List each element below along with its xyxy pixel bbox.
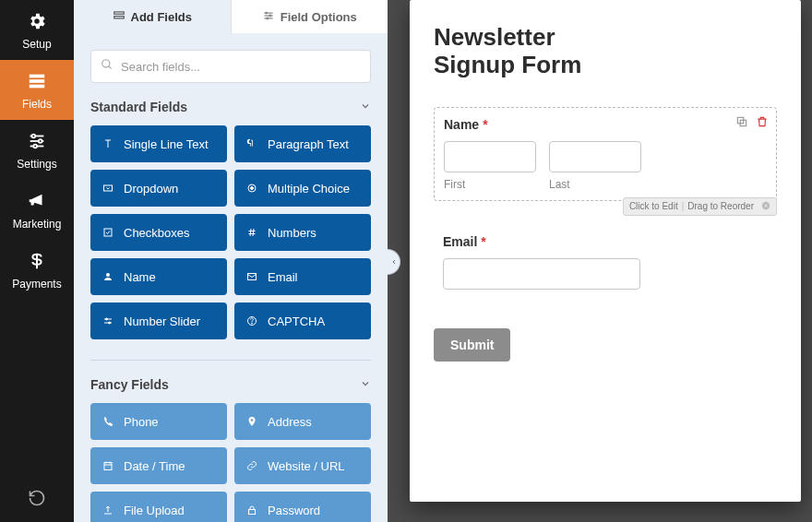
section-divider <box>90 360 371 361</box>
field-numbers[interactable]: Numbers <box>234 214 371 251</box>
link-icon <box>245 460 258 471</box>
sidebar-item-payments[interactable]: Payments <box>0 240 74 300</box>
dollar-icon <box>27 251 47 274</box>
field-label: Website / URL <box>268 459 345 473</box>
field-label: Paragraph Text <box>268 137 349 151</box>
field-label-name: Name * <box>444 117 767 132</box>
close-icon[interactable] <box>761 201 770 212</box>
required-mark: * <box>481 234 485 249</box>
field-dropdown[interactable]: Dropdown <box>90 170 227 207</box>
bullhorn-icon <box>27 191 47 214</box>
field-email[interactable]: Email <box>234 258 371 295</box>
field-label: Address <box>268 415 312 429</box>
svg-point-6 <box>32 135 36 138</box>
svg-line-18 <box>109 66 112 69</box>
field-label: File Upload <box>124 504 185 517</box>
required-mark: * <box>483 117 487 132</box>
history-icon <box>28 489 46 511</box>
search-input[interactable] <box>121 60 361 74</box>
checkbox-icon <box>102 227 114 238</box>
field-label: Multiple Choice <box>268 182 350 196</box>
field-number-slider[interactable]: Number Slider <box>90 303 227 339</box>
submit-button[interactable]: Submit <box>434 328 510 362</box>
field-paragraph-text[interactable]: Paragraph Text <box>234 125 371 162</box>
upload-icon <box>102 504 114 516</box>
hint-reorder: Drag to Reorder <box>687 201 754 211</box>
field-phone[interactable]: Phone <box>90 403 227 440</box>
field-name[interactable]: Name <box>90 258 227 295</box>
fancy-fields-header[interactable]: Fancy Fields <box>90 377 371 392</box>
envelope-icon <box>245 271 258 282</box>
sidebar-item-settings[interactable]: Settings <box>0 120 74 180</box>
user-icon <box>102 271 114 282</box>
field-label: Numbers <box>268 226 316 240</box>
fields-icon <box>27 71 47 94</box>
svg-point-14 <box>266 12 268 14</box>
sidebar-label: Fields <box>22 98 52 111</box>
form-title[interactable]: Newsletter Signup Form <box>434 24 777 79</box>
field-label: Email <box>268 270 298 284</box>
sidebar-label: Payments <box>12 278 61 291</box>
calendar-icon <box>102 460 114 471</box>
svg-rect-22 <box>104 229 112 236</box>
hint-edit: Click to Edit <box>629 201 678 211</box>
svg-point-15 <box>269 15 271 17</box>
email-input[interactable] <box>443 258 640 290</box>
phone-icon <box>102 416 114 427</box>
dropdown-icon <box>102 183 114 194</box>
first-name-input[interactable] <box>444 141 536 172</box>
sidebar-label: Settings <box>17 158 56 171</box>
svg-point-7 <box>39 139 42 143</box>
field-checkboxes[interactable]: Checkboxes <box>90 214 227 251</box>
sidebar-history-button[interactable] <box>0 478 74 522</box>
chevron-down-icon <box>360 100 371 114</box>
field-file-upload[interactable]: File Upload <box>90 492 227 522</box>
form-field-email[interactable]: Email * <box>434 225 777 299</box>
form-field-name[interactable]: Name * First Last Click to Edit | Drag t… <box>434 107 777 201</box>
tab-field-options[interactable]: Field Options <box>231 0 388 33</box>
field-password[interactable]: Password <box>234 492 371 522</box>
field-label: Single Line Text <box>124 137 209 151</box>
chevron-left-icon <box>390 257 398 267</box>
form-canvas: Newsletter Signup Form Name * First <box>388 0 812 522</box>
field-label: CAPTCHA <box>268 314 325 328</box>
svg-rect-36 <box>249 510 256 515</box>
gear-icon <box>27 11 47 34</box>
sidebar-item-fields[interactable]: Fields <box>0 60 74 120</box>
svg-point-27 <box>106 318 108 320</box>
svg-rect-2 <box>30 85 45 89</box>
duplicate-icon[interactable] <box>735 115 748 132</box>
panel-tabs: Add Fields Field Options <box>74 0 388 33</box>
sidebar-label: Marketing <box>13 218 62 231</box>
sidebar-item-marketing[interactable]: Marketing <box>0 180 74 240</box>
fancy-fields-grid: Phone Address Date / Time Website / URL … <box>90 403 371 522</box>
search-box[interactable] <box>90 50 371 83</box>
svg-point-28 <box>109 322 111 324</box>
tab-add-fields[interactable]: Add Fields <box>74 0 231 33</box>
field-address[interactable]: Address <box>234 403 371 440</box>
slider-icon <box>102 315 114 326</box>
field-label: Name <box>124 270 156 284</box>
options-icon <box>262 9 275 25</box>
svg-point-21 <box>251 187 254 190</box>
field-captcha[interactable]: CAPTCHA <box>234 303 371 339</box>
field-label: Date / Time <box>124 459 185 473</box>
svg-rect-1 <box>30 79 45 83</box>
hash-icon <box>245 227 258 238</box>
field-website-url[interactable]: Website / URL <box>234 447 371 484</box>
field-multiple-choice[interactable]: Multiple Choice <box>234 170 371 207</box>
trash-icon[interactable] <box>756 115 769 132</box>
svg-rect-19 <box>104 185 113 191</box>
svg-rect-9 <box>113 11 124 13</box>
field-label: Phone <box>124 415 159 429</box>
field-single-line-text[interactable]: Single Line Text <box>90 125 227 162</box>
section-title: Standard Fields <box>90 100 187 114</box>
sidebar-item-setup[interactable]: Setup <box>0 0 74 60</box>
field-datetime[interactable]: Date / Time <box>90 447 227 484</box>
svg-rect-10 <box>113 16 124 18</box>
text-icon <box>102 138 114 149</box>
standard-fields-header[interactable]: Standard Fields <box>90 100 371 114</box>
tab-label: Add Fields <box>131 10 192 24</box>
svg-point-17 <box>102 60 110 67</box>
last-name-input[interactable] <box>549 141 641 172</box>
